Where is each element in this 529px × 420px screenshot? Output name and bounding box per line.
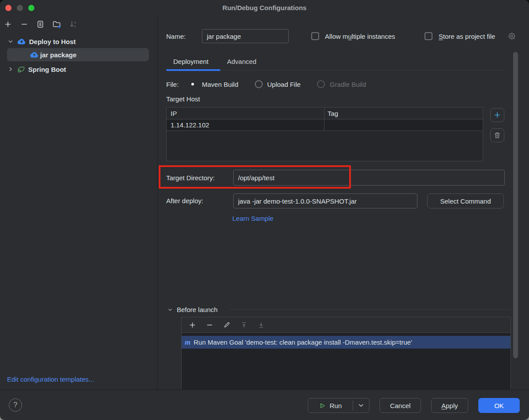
table-row[interactable]: 1.14.122.102 — [167, 119, 483, 131]
chevron-down-icon[interactable] — [167, 307, 173, 313]
copy-configuration-button[interactable] — [35, 19, 46, 30]
after-deploy-label: After deploy: — [166, 197, 203, 204]
trash-icon — [493, 131, 501, 139]
sort-alpha-icon: a z — [69, 20, 78, 29]
play-icon — [319, 402, 326, 409]
move-down-icon — [257, 321, 265, 329]
chevron-right-icon[interactable] — [7, 66, 14, 73]
target-directory-input[interactable] — [233, 170, 505, 186]
tree-item-label: jar package — [40, 51, 77, 59]
sidebar-item-deploy-to-host[interactable]: Deploy to Host — [7, 36, 76, 47]
tree-item-label: Spring Boot — [28, 66, 66, 73]
run-button[interactable]: Run — [308, 398, 369, 413]
before-launch-title: Before launch — [177, 306, 218, 313]
table-header-row: IP Tag — [167, 108, 483, 119]
add-configuration-button[interactable] — [3, 19, 13, 30]
file-label: File: — [166, 81, 179, 88]
dialog-title: Run/Debug Configurations — [0, 4, 529, 11]
select-command-button[interactable]: Select Command — [427, 193, 504, 208]
maven-icon: m — [185, 338, 190, 347]
tab-advanced[interactable]: Advanced — [227, 58, 257, 65]
run-options-button[interactable] — [353, 398, 369, 413]
help-button[interactable]: ? — [9, 398, 22, 412]
plus-icon — [493, 111, 501, 119]
minus-icon — [20, 20, 28, 28]
sort-configurations-button[interactable]: a z — [68, 19, 78, 30]
before-launch-toolbar — [182, 317, 510, 333]
target-host-label: Target Host — [166, 95, 200, 103]
maven-build-label: Maven Build — [202, 81, 238, 88]
gear-icon — [507, 31, 518, 42]
remove-configuration-button[interactable] — [19, 19, 30, 30]
name-input[interactable] — [202, 29, 289, 43]
gradle-build-radio — [317, 80, 325, 88]
cell-ip[interactable]: 1.14.122.102 — [167, 119, 324, 130]
store-as-project-file-checkbox[interactable] — [425, 32, 432, 40]
chevron-down-icon[interactable] — [7, 38, 14, 45]
titlebar: Run/Debug Configurations — [0, 0, 529, 16]
run-button-label: Run — [330, 402, 342, 409]
configurations-toolbar: a z — [3, 19, 78, 30]
ok-button[interactable]: OK — [478, 398, 520, 413]
run-debug-configurations-dialog: Run/Debug Configurations — [0, 0, 529, 420]
question-mark-icon: ? — [14, 401, 18, 409]
minus-icon — [206, 321, 213, 329]
new-folder-button[interactable] — [52, 19, 62, 30]
allow-multiple-instances-label: Allow multiple instances — [325, 33, 395, 40]
cloud-upload-icon — [17, 38, 26, 45]
sidebar-item-jar-package[interactable]: jar package — [7, 48, 149, 61]
cell-tag[interactable] — [324, 119, 483, 130]
delete-host-button[interactable] — [490, 128, 504, 142]
allow-multiple-instances-checkbox[interactable] — [311, 32, 319, 40]
gradle-build-label: Gradle Build — [330, 81, 366, 88]
target-host-table: IP Tag 1.14.122.102 — [166, 107, 483, 161]
svg-text:z: z — [74, 24, 76, 28]
spring-boot-icon — [17, 65, 26, 73]
edit-configuration-templates-link[interactable]: Edit configuration templates... — [7, 375, 94, 383]
task-label: Run Maven Goal 'demo-test: clean package… — [194, 338, 412, 346]
tree-item-label: Deploy to Host — [29, 38, 76, 45]
store-as-project-file-label: Store as project file — [439, 33, 495, 40]
svg-text:a: a — [74, 20, 76, 24]
plus-icon — [189, 321, 196, 329]
new-folder-icon — [52, 20, 62, 29]
add-host-button[interactable] — [490, 108, 504, 122]
chevron-down-icon — [358, 404, 364, 407]
before-launch-header[interactable]: Before launch — [167, 306, 218, 313]
active-tab-indicator — [166, 69, 220, 71]
edit-task-button[interactable] — [221, 320, 232, 330]
pencil-icon — [223, 321, 231, 329]
upload-file-radio[interactable] — [255, 80, 263, 88]
upload-file-label: Upload File — [267, 81, 301, 88]
copy-icon — [36, 20, 45, 29]
column-header-ip[interactable]: IP — [167, 108, 324, 119]
before-launch-task-row[interactable]: m Run Maven Goal 'demo-test: clean packa… — [182, 336, 510, 349]
footer-divider — [0, 390, 529, 390]
cancel-button[interactable]: Cancel — [380, 398, 421, 413]
cloud-upload-icon — [30, 51, 39, 58]
apply-button[interactable]: Apply — [431, 398, 468, 413]
vertical-scrollbar[interactable] — [513, 52, 518, 358]
column-header-tag[interactable]: Tag — [324, 108, 483, 119]
tab-deployment[interactable]: Deployment — [173, 58, 209, 65]
target-directory-label: Target Directory: — [166, 174, 215, 182]
move-up-button — [238, 320, 249, 330]
add-task-button[interactable] — [187, 320, 197, 330]
move-up-icon — [240, 321, 248, 329]
sidebar-divider — [157, 16, 158, 390]
after-deploy-input[interactable] — [233, 193, 417, 208]
section-rule — [230, 309, 511, 310]
remove-task-button[interactable] — [204, 320, 215, 330]
store-options-button[interactable] — [507, 31, 518, 42]
sidebar-item-spring-boot[interactable]: Spring Boot — [7, 64, 66, 74]
learn-sample-link[interactable]: Learn Sample — [232, 215, 273, 222]
move-down-button — [256, 320, 266, 330]
before-launch-panel: m Run Maven Goal 'demo-test: clean packa… — [181, 317, 511, 390]
plus-icon — [4, 20, 12, 28]
name-label: Name: — [166, 33, 186, 40]
